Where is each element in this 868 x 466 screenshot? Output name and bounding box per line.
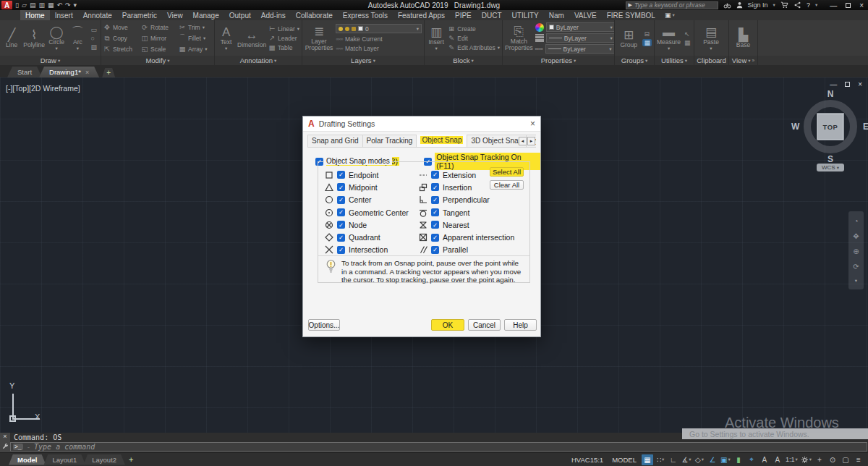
layer-dropdown[interactable]: 0▾ xyxy=(336,24,422,33)
status-workspace[interactable]: ▾ xyxy=(800,454,812,465)
close-button[interactable]: × xyxy=(859,1,864,9)
viewcube-west[interactable]: W xyxy=(791,122,799,132)
tab-scroll-right-icon[interactable]: ▸ xyxy=(527,137,535,145)
sign-in-caret-icon[interactable]: ▾ xyxy=(773,2,775,8)
annotation-leader[interactable]: ↗Leader xyxy=(268,34,299,42)
viewcube-east[interactable]: E xyxy=(863,122,868,132)
save-as-icon[interactable]: ▥ xyxy=(38,1,45,9)
dropdown-caret-icon[interactable]: ▾ xyxy=(689,457,691,462)
orbit-icon[interactable]: ⟳ xyxy=(853,263,859,271)
ribbon-tab-add-ins[interactable]: Add-ins xyxy=(256,10,291,20)
center-checkbox[interactable]: ✓ xyxy=(337,196,345,204)
status-customize[interactable]: ≡ xyxy=(853,454,864,465)
sign-in-label[interactable]: Sign In xyxy=(748,1,768,9)
block-edit-attributes[interactable]: ✎Edit Attributes▾ xyxy=(448,43,500,51)
draw-arc[interactable]: ⌒Arc▾ xyxy=(68,22,87,55)
quick-select-icon[interactable]: ↖ xyxy=(683,30,692,38)
modify-fillet[interactable]: ⌒Fillet▾ xyxy=(179,33,214,43)
intersection-checkbox[interactable]: ✓ xyxy=(337,246,345,254)
dialog-close-icon[interactable]: × xyxy=(530,119,535,129)
plot-icon[interactable]: ▦ xyxy=(48,1,54,9)
dropdown-caret-icon[interactable]: ▾ xyxy=(795,457,797,462)
extension-checkbox[interactable]: ✓ xyxy=(431,171,439,179)
cancel-button[interactable]: Cancel xyxy=(468,319,501,331)
connect-share-icon[interactable] xyxy=(793,1,801,9)
modify-stretch[interactable]: ⇱Stretch xyxy=(103,43,140,54)
command-input[interactable]: >_ - Type a command xyxy=(10,442,867,452)
search-go-icon[interactable]: ▶ xyxy=(629,2,632,8)
open-file-icon[interactable]: ▱ xyxy=(22,1,27,9)
viewport-restore-icon[interactable] xyxy=(845,82,850,87)
lineweight-dropdown[interactable]: ByLayer▾ xyxy=(546,33,614,43)
panel-label-view[interactable]: View xyxy=(732,56,746,64)
ribbon-tab-pipe[interactable]: PIPE xyxy=(450,10,477,20)
panel-label-properties[interactable]: Properties xyxy=(541,56,572,64)
app-store-cart-icon[interactable] xyxy=(780,1,788,9)
panel-label-clipboard[interactable]: Clipboard xyxy=(697,56,726,64)
redo-icon[interactable]: ↷ xyxy=(65,1,71,9)
panel-label-groups[interactable]: Groups xyxy=(621,56,644,64)
new-file-icon[interactable]: ▯ xyxy=(15,1,19,9)
parallel-checkbox[interactable]: ✓ xyxy=(431,246,439,254)
ribbon-tab-parametric[interactable]: Parametric xyxy=(117,10,162,20)
layer-properties[interactable]: ≣Layer Properties xyxy=(305,22,333,55)
viewport-minimize-icon[interactable]: — xyxy=(830,80,837,88)
navigation-bar[interactable]: ◔ ✥ ⊕ ⟳ ▾ xyxy=(848,211,864,289)
dialog-tab-object-snap[interactable]: Object Snap xyxy=(416,135,467,147)
modify-mirror[interactable]: ◫Mirror xyxy=(141,33,177,43)
ribbon-tab-annotate[interactable]: Annotate xyxy=(78,10,117,20)
panel-label-block[interactable]: Block xyxy=(453,56,469,64)
dialog-tab-polar-tracking[interactable]: Polar Tracking xyxy=(362,135,417,147)
viewport-controls-label[interactable]: [-][Top][2D Wireframe] xyxy=(6,84,80,93)
annotation-linear[interactable]: ⊢Linear▾ xyxy=(268,25,299,33)
panel-label-annotation[interactable]: Annotation xyxy=(240,56,273,64)
wrench-icon[interactable] xyxy=(1,440,9,453)
status-object-snap[interactable]: ▣▾ xyxy=(720,454,731,465)
ribbon-tab-valve[interactable]: VALVE xyxy=(569,10,602,20)
rectangle-icon[interactable]: ▭ xyxy=(89,26,98,33)
status-ortho[interactable]: ∟ xyxy=(668,454,679,465)
ribbon-tab-output[interactable]: Output xyxy=(224,10,256,20)
quick-calc-icon[interactable]: ▦ xyxy=(683,39,692,46)
status-snap-mode[interactable]: ∷▾ xyxy=(655,454,666,465)
ribbon-tab-view[interactable]: View xyxy=(162,10,188,20)
status-isodraft[interactable]: ◇▾ xyxy=(694,454,705,465)
view-base[interactable]: ▙Base xyxy=(731,22,755,55)
dialog-tab-snap-and-grid[interactable]: Snap and Grid xyxy=(307,135,363,147)
quadrant-checkbox[interactable]: ✓ xyxy=(337,234,345,242)
navbar-more-icon[interactable]: ▾ xyxy=(855,278,857,284)
view-cube[interactable]: N S W E TOP xyxy=(801,98,859,156)
search-input[interactable]: ▶ Type a keyword or phrase xyxy=(626,1,718,9)
user-icon[interactable] xyxy=(736,1,743,9)
modify-rotate[interactable]: ⟳Rotate xyxy=(141,22,177,33)
status-grid[interactable]: ▦ xyxy=(642,454,653,465)
perpendicular-checkbox[interactable]: ✓ xyxy=(431,196,439,204)
draw-circle[interactable]: ◯Circle▾ xyxy=(47,22,66,55)
linetype-dropdown[interactable]: ByLayer▾ xyxy=(545,44,614,54)
autocad-logo-icon[interactable]: A xyxy=(1,1,12,9)
geometric-center-checkbox[interactable]: ✓ xyxy=(337,208,345,216)
midpoint-checkbox[interactable]: ✓ xyxy=(337,183,345,191)
object-color-dropdown[interactable]: ByLayer▾ xyxy=(546,22,614,32)
help-icon[interactable]: ? xyxy=(807,1,810,9)
block-edit[interactable]: ✎Edit xyxy=(448,34,500,42)
block-create[interactable]: ⊞Create xyxy=(448,25,500,33)
pan-icon[interactable]: ✥ xyxy=(853,232,859,240)
file-tab-drawing1[interactable]: Drawing1*× xyxy=(39,67,99,77)
tangent-checkbox[interactable]: ✓ xyxy=(431,208,439,216)
layout-tab-model[interactable]: Model xyxy=(9,454,46,465)
ribbon-tab-featured-apps[interactable]: Featured Apps xyxy=(393,10,450,20)
annotation-dimension[interactable]: ↔Dimension xyxy=(237,22,266,55)
command-close-icon[interactable]: × xyxy=(3,433,7,440)
minimize-button[interactable]: — xyxy=(830,1,837,9)
panel-label-utilities[interactable]: Utilities xyxy=(661,56,684,64)
help-caret-icon[interactable]: ▾ xyxy=(815,2,817,8)
new-drawing-tab-button[interactable]: + xyxy=(102,68,115,77)
ribbon-tab-manage[interactable]: Manage xyxy=(188,10,224,20)
viewcube-top-face[interactable]: TOP xyxy=(817,113,844,140)
status-annotation-scale[interactable]: 1:1▾ xyxy=(785,454,799,465)
help-button[interactable]: Help xyxy=(504,319,537,331)
clear-all-button[interactable]: Clear All xyxy=(490,180,524,190)
panel-label-modify[interactable]: Modify xyxy=(145,56,166,64)
layers-make-current[interactable]: ◦◦◦◦Make Current xyxy=(336,35,422,43)
